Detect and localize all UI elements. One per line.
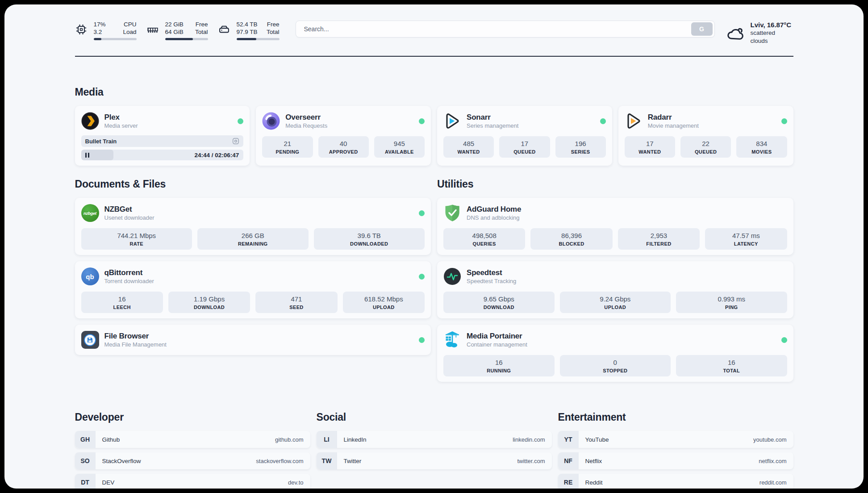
- stat-label: FILTERED: [619, 241, 699, 247]
- bookmark-name: Netflix: [585, 458, 602, 464]
- service-card-adguard[interactable]: AdGuard Home DNS and adblocking 498,508 …: [437, 198, 793, 255]
- session-screen-icon: [232, 138, 239, 145]
- stat-value: 2,953: [619, 231, 699, 240]
- stat-value: 744.21 Mbps: [82, 231, 192, 240]
- bookmark-abbr: TW: [317, 452, 337, 469]
- bookmark-reddit[interactable]: RE Reddit reddit.com: [558, 474, 793, 489]
- qbittorrent-icon: qb: [81, 267, 99, 285]
- cpu-percent: 17%: [94, 21, 106, 28]
- memory-monitor: 22 GiB Free 64 GiB Total: [146, 21, 208, 40]
- stat-value: 17: [500, 139, 549, 148]
- bookmark-youtube[interactable]: YT YouTube youtube.com: [558, 431, 793, 448]
- stat-label: UPLOAD: [344, 304, 424, 310]
- service-card-qbittorrent[interactable]: qb qBittorrent Torrent downloader 16 LEE…: [75, 261, 431, 318]
- bookmark-url: stackoverflow.com: [256, 458, 303, 464]
- bookmark-dev[interactable]: DT DEV dev.to: [75, 474, 310, 489]
- service-name: AdGuard Home: [467, 205, 521, 214]
- bookmark-linkedin[interactable]: LI LinkedIn linkedin.com: [317, 431, 552, 448]
- section-title-developer: Developer: [75, 409, 310, 425]
- stat-value: 945: [375, 139, 424, 148]
- service-description: Media Requests: [285, 122, 327, 130]
- nzbget-icon: nzbget: [81, 204, 99, 222]
- stat-value: 266 GB: [198, 231, 308, 240]
- bookmark-netflix[interactable]: NF Netflix netflix.com: [558, 452, 793, 469]
- adguard-icon: [443, 204, 461, 222]
- bookmark-name: Github: [102, 436, 120, 443]
- stat-box: 21 PENDING: [262, 136, 313, 158]
- service-description: Media File Management: [104, 341, 167, 348]
- service-name: qBittorrent: [104, 268, 154, 277]
- section-title-media: Media: [75, 84, 793, 100]
- bookmark-stackoverflow[interactable]: SO StackOverflow stackoverflow.com: [75, 452, 310, 469]
- playback-progress-fill: [81, 150, 114, 160]
- memory-total-value: 64 GiB: [165, 28, 184, 36]
- stat-box: 744.21 Mbps RATE: [81, 228, 192, 250]
- service-card-overseerr[interactable]: Overseerr Media Requests 21 PENDING 40 A…: [256, 106, 431, 166]
- service-description: Usenet downloader: [104, 214, 154, 221]
- stat-value: 618.52 Mbps: [344, 295, 424, 303]
- stat-value: 1.19 Gbps: [169, 295, 249, 303]
- service-card-radarr[interactable]: Radarr Movie management 17 WANTED 22 QUE…: [618, 106, 793, 166]
- disk-progress-track: [237, 38, 280, 40]
- stat-value: 17: [626, 139, 674, 148]
- cpu-monitor: 17% CPU 3.2 Load: [75, 21, 137, 40]
- service-description: Series management: [467, 122, 518, 130]
- overseerr-icon: [262, 112, 280, 130]
- disk-monitor: 52.4 TB Free 97.9 TB Total: [218, 21, 280, 40]
- stat-box: 86,396 BLOCKED: [530, 228, 612, 250]
- stat-label: AVAILABLE: [375, 149, 424, 155]
- sonarr-icon: [443, 112, 461, 130]
- bookmark-abbr: DT: [75, 474, 96, 489]
- status-dot-online: [419, 337, 425, 343]
- service-card-filebrowser[interactable]: File Browser Media File Management: [75, 325, 431, 355]
- stat-label: RUNNING: [444, 368, 554, 374]
- stat-box: 196 SERIES: [555, 136, 606, 158]
- google-search-button[interactable]: G: [691, 22, 713, 36]
- stat-value: 22: [681, 139, 730, 148]
- bookmark-url: youtube.com: [753, 436, 786, 443]
- bookmark-twitter[interactable]: TW Twitter twitter.com: [317, 452, 552, 469]
- bookmark-github[interactable]: GH Github github.com: [75, 431, 310, 448]
- service-name: Overseerr: [285, 113, 327, 122]
- stat-label: WANTED: [626, 149, 674, 155]
- section-title-documents: Documents & Files: [75, 176, 431, 192]
- stat-label: STOPPED: [561, 368, 670, 374]
- stat-value: 16: [677, 358, 786, 367]
- stat-box: 266 GB REMAINING: [197, 228, 309, 250]
- stat-value: 21: [263, 139, 312, 148]
- stat-box: 16 RUNNING: [443, 355, 555, 376]
- bookmark-abbr: LI: [317, 431, 337, 448]
- speedtest-icon: [443, 267, 461, 285]
- service-description: Speedtest Tracking: [467, 277, 516, 285]
- stat-box: 2,953 FILTERED: [618, 228, 700, 250]
- status-dot-online: [781, 118, 787, 124]
- service-card-sonarr[interactable]: Sonarr Series management 485 WANTED 17 Q…: [437, 106, 612, 166]
- stat-value: 196: [556, 139, 605, 148]
- stat-label: SERIES: [556, 149, 605, 155]
- stat-value: 40: [319, 139, 368, 148]
- stat-value: 39.6 TB: [315, 231, 424, 240]
- service-description: DNS and adblocking: [467, 214, 521, 221]
- stat-label: LATENCY: [706, 241, 786, 247]
- ram-icon: [146, 23, 159, 36]
- bookmark-url: linkedin.com: [513, 436, 545, 443]
- bookmark-abbr: SO: [75, 452, 96, 469]
- service-card-plex[interactable]: Plex Media server Bullet Train: [75, 106, 250, 166]
- bookmark-url: github.com: [275, 436, 304, 443]
- stat-box: 485 WANTED: [443, 136, 494, 158]
- stat-label: TOTAL: [677, 368, 786, 374]
- service-card-nzbget[interactable]: nzbget NZBGet Usenet downloader 744.21 M…: [75, 198, 431, 255]
- service-name: Radarr: [648, 113, 699, 122]
- disk-icon: [218, 23, 230, 36]
- stat-label: WANTED: [444, 149, 493, 155]
- stat-value: 86,396: [531, 231, 611, 240]
- search-input[interactable]: [296, 25, 691, 33]
- bookmark-url: netflix.com: [759, 458, 786, 464]
- bookmark-name: LinkedIn: [344, 436, 367, 443]
- service-card-speedtest[interactable]: Speedtest Speedtest Tracking 9.65 Gbps D…: [437, 261, 793, 318]
- stat-value: 16: [82, 295, 162, 303]
- header-divider: [75, 56, 793, 57]
- stat-box: 16 TOTAL: [676, 355, 787, 376]
- service-card-portainer[interactable]: Media Portainer Container management 16 …: [437, 325, 793, 382]
- cloud-icon: [726, 25, 744, 41]
